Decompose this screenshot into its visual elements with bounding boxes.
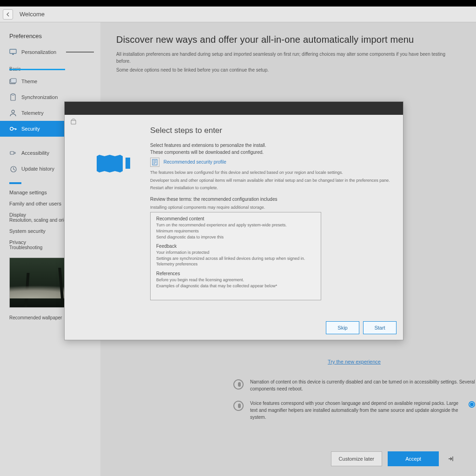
intro-paragraph-2: Some device options need to be linked be… — [116, 66, 460, 73]
dialog-listbox[interactable]: Recommended content Turn on the recommen… — [150, 212, 321, 300]
list-item: Turn on the recommended experience and a… — [156, 222, 315, 228]
voice-option-1: Narration of content on this device is c… — [233, 378, 475, 392]
dialog-intro-1: Select features and extensions to person… — [150, 143, 391, 148]
dialog-section-2-title: Review these terms: the recommended conf… — [150, 197, 391, 202]
nav-label: Update history — [21, 166, 54, 172]
microphone-icon — [233, 379, 244, 390]
dialog-desc-3: Restart after installation to complete. — [150, 185, 391, 191]
dialog-tab-icon — [70, 119, 78, 126]
nav-label: Telemetry — [21, 110, 44, 116]
list-item: Minimum requirements — [156, 228, 315, 234]
dialog-section-2-sub: Installing optional components may requi… — [150, 205, 391, 211]
nav-theme[interactable]: Theme — [0, 73, 100, 89]
flag-accent-icon — [126, 158, 130, 169]
dialog-titlebar[interactable] — [65, 102, 403, 115]
svg-point-5 — [12, 110, 14, 113]
list-item: Telemetry preferences — [156, 261, 315, 267]
footer-action-bar: Customize later Accept — [227, 444, 476, 473]
voice-option-2-radio[interactable] — [469, 401, 475, 408]
svg-rect-4 — [12, 94, 14, 95]
monitor-icon — [9, 48, 17, 56]
try-experience-link[interactable]: Try the new experience — [328, 359, 381, 364]
clipboard-icon — [9, 93, 17, 101]
list-item: Settings are synchronized across all lin… — [156, 256, 315, 262]
voice-option-1-text: Narration of content on this device is c… — [250, 378, 475, 392]
svg-rect-0 — [10, 49, 16, 53]
app-header: Welcome — [0, 7, 476, 22]
back-button[interactable] — [3, 9, 13, 20]
dialog-desc-2: Developer tools and other optional items… — [150, 178, 391, 184]
page-headline: Discover new ways and offer your all-in-… — [116, 34, 460, 45]
dialog-heading: Select steps to enter — [150, 126, 391, 135]
share-icon[interactable] — [444, 452, 457, 465]
dialog-illustration — [77, 123, 150, 316]
voice-option-2: Voice features correspond with your chos… — [233, 400, 475, 421]
plug-icon — [9, 149, 17, 157]
window-top-strip — [0, 0, 476, 7]
nav-label: Accessibility — [21, 150, 49, 156]
key-icon — [9, 125, 17, 132]
svg-point-6 — [10, 127, 13, 130]
palette-icon — [9, 78, 17, 85]
list-item: Before you begin read the licensing agre… — [156, 277, 315, 283]
dialog-highlight-row[interactable]: Recommended security profile — [150, 158, 391, 167]
nav-label: Synchronization — [21, 94, 58, 100]
setup-dialog: Select steps to enter Select features an… — [64, 101, 403, 340]
svg-rect-2 — [11, 79, 16, 83]
list-group-heading: Feedback — [156, 244, 315, 249]
customize-later-button[interactable]: Customize later — [331, 451, 382, 466]
dialog-intro-2: These components will be downloaded and … — [150, 150, 391, 155]
dialog-desc-1: The features below are configured for th… — [150, 170, 391, 176]
voice-option-2-text: Voice features correspond with your chos… — [250, 400, 462, 421]
nav-label: Personalization — [21, 49, 56, 55]
list-group-heading: References — [156, 271, 315, 276]
accent-underline — [9, 69, 65, 70]
accept-button[interactable]: Accept — [388, 451, 439, 466]
nav-personalization[interactable]: Personalization — [0, 44, 100, 60]
nav-label: Theme — [21, 79, 37, 84]
nav-label: Security — [21, 126, 40, 132]
dialog-start-button[interactable]: Start — [363, 321, 397, 334]
list-item: Send diagnostic data to improve this — [156, 234, 315, 240]
list-group-heading: Recommended content — [156, 216, 315, 221]
history-icon — [9, 165, 17, 172]
list-item: Your information is protected — [156, 250, 315, 256]
accent-bar — [9, 182, 21, 184]
svg-rect-7 — [10, 152, 14, 154]
user-icon — [9, 109, 17, 117]
sidebar-section-title: Preferences — [0, 33, 100, 44]
document-icon — [150, 158, 159, 167]
dialog-skip-button[interactable]: Skip — [326, 321, 359, 334]
app-title: Welcome — [20, 11, 45, 18]
flag-icon — [97, 155, 123, 172]
chevron-left-icon — [6, 12, 10, 17]
microphone-icon — [233, 401, 244, 411]
list-item: Examples of diagnostic data that may be … — [156, 283, 315, 289]
intro-paragraph-1: All installation preferences are handled… — [116, 51, 460, 65]
